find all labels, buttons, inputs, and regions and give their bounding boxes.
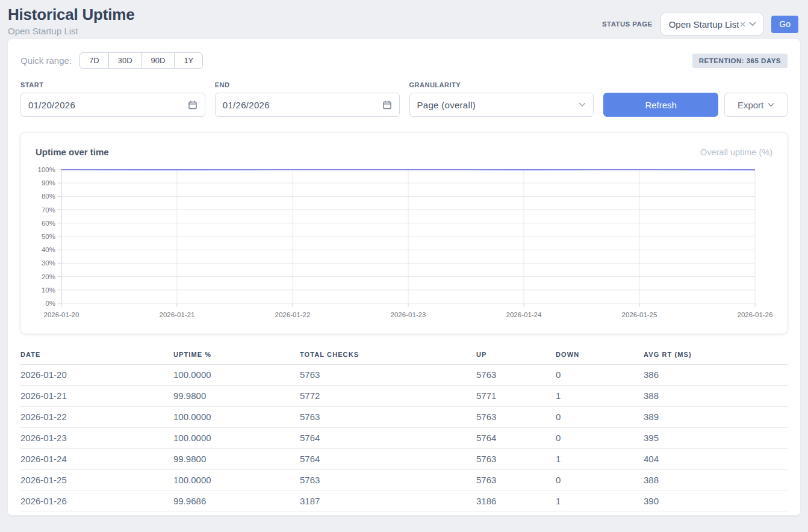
page-title: Historical Uptime: [8, 5, 134, 24]
table-cell: 5764: [476, 428, 556, 449]
table-cell: 0: [556, 470, 644, 491]
export-button[interactable]: Export: [724, 93, 788, 117]
quick-range-1y[interactable]: 1Y: [174, 52, 203, 69]
table-cell: 388: [644, 470, 788, 491]
table-cell: 99.9800: [173, 386, 300, 407]
quick-range-label: Quick range:: [20, 55, 72, 66]
header-controls: STATUS PAGE Open Startup List × Go: [602, 13, 798, 36]
quick-range-30d[interactable]: 30D: [108, 52, 142, 69]
start-date-input[interactable]: 01/20/2026: [20, 93, 205, 117]
svg-text:2026-01-21: 2026-01-21: [160, 311, 195, 318]
table-cell: 390: [644, 491, 788, 512]
end-label: END: [215, 81, 400, 88]
go-button[interactable]: Go: [771, 16, 798, 33]
svg-text:60%: 60%: [42, 220, 55, 227]
column-header: UP: [476, 345, 556, 365]
quick-range-90d[interactable]: 90D: [141, 52, 175, 69]
svg-text:50%: 50%: [42, 233, 55, 240]
chevron-down-icon: [768, 103, 774, 107]
svg-text:70%: 70%: [42, 206, 55, 214]
table-cell: 2026-01-25: [20, 470, 173, 491]
table-cell: 5764: [300, 449, 476, 470]
granularity-select[interactable]: Page (overall): [409, 93, 594, 117]
table-cell: 5771: [476, 386, 556, 407]
status-page-select[interactable]: Open Startup List ×: [660, 13, 764, 36]
quick-range-row: Quick range: 7D 30D 90D 1Y RETENTION: 36…: [20, 52, 788, 69]
table-cell: 5764: [300, 428, 476, 449]
column-header: DATE: [20, 345, 173, 365]
table-cell: 3187: [300, 491, 476, 512]
column-header: AVG RT (MS): [644, 345, 788, 365]
table-cell: 388: [644, 386, 788, 407]
table-cell: 2026-01-23: [20, 428, 173, 449]
table-cell: 5763: [476, 470, 556, 491]
table-header-row: DATEUPTIME %TOTAL CHECKSUPDOWNAVG RT (MS…: [20, 345, 788, 365]
table-cell: 100.0000: [173, 407, 300, 428]
table-cell: 386: [644, 365, 788, 386]
calendar-icon[interactable]: [188, 100, 197, 110]
column-header: DOWN: [556, 345, 644, 365]
table-cell: 395: [644, 428, 788, 449]
table-cell: 5763: [476, 365, 556, 386]
svg-text:2026-01-20: 2026-01-20: [44, 311, 79, 318]
svg-text:100%: 100%: [38, 166, 55, 173]
table-cell: 5763: [476, 407, 556, 428]
table-cell: 3186: [476, 491, 556, 512]
granularity-field: GRANULARITY Page (overall): [409, 81, 594, 117]
table-cell: 100.0000: [173, 428, 300, 449]
svg-text:40%: 40%: [42, 246, 55, 253]
title-block: Historical Uptime Open Startup List: [8, 5, 134, 36]
uptime-table: DATEUPTIME %TOTAL CHECKSUPDOWNAVG RT (MS…: [20, 345, 788, 512]
table-row: 2026-01-2199.9800577257711388: [20, 386, 788, 407]
table-cell: 5763: [300, 365, 476, 386]
table-cell: 5763: [476, 449, 556, 470]
start-label: START: [20, 81, 205, 88]
uptime-chart: 0%10%20%30%40%50%60%70%80%90%100%2026-01…: [21, 162, 787, 322]
table-cell: 100.0000: [173, 365, 300, 386]
table-row: 2026-01-2499.9800576457631404: [20, 449, 788, 470]
table-cell: 2026-01-24: [20, 449, 173, 470]
page-subtitle: Open Startup List: [8, 26, 134, 36]
start-date-field: START 01/20/2026: [20, 81, 205, 117]
svg-text:2026-01-25: 2026-01-25: [622, 311, 657, 318]
table-cell: 0: [556, 407, 644, 428]
chart-title: Uptime over time: [36, 147, 109, 157]
table-cell: 5763: [300, 470, 476, 491]
table-row: 2026-01-2699.9686318731861390: [20, 491, 788, 512]
filter-row: START 01/20/2026 END 01/26/2026 GRANULAR…: [20, 81, 788, 117]
table-cell: 5772: [300, 386, 476, 407]
svg-text:2026-01-26: 2026-01-26: [738, 311, 773, 318]
clear-icon[interactable]: ×: [739, 19, 745, 29]
chart-legend-label: Overall uptime (%): [700, 147, 772, 157]
table-row: 2026-01-20100.0000576357630386: [20, 365, 788, 386]
end-date-input[interactable]: 01/26/2026: [215, 93, 400, 117]
column-header: UPTIME %: [173, 345, 300, 365]
table-cell: 0: [556, 365, 644, 386]
svg-text:10%: 10%: [42, 286, 55, 294]
table-row: 2026-01-23100.0000576457640395: [20, 428, 788, 449]
table-cell: 99.9686: [173, 491, 300, 512]
refresh-button[interactable]: Refresh: [603, 93, 718, 117]
table-cell: 2026-01-22: [20, 407, 173, 428]
table-cell: 1: [556, 491, 644, 512]
svg-text:90%: 90%: [42, 179, 55, 187]
start-date-value: 01/20/2026: [28, 100, 75, 110]
table-row: 2026-01-22100.0000576357630389: [20, 407, 788, 428]
status-page-select-value: Open Startup List: [669, 19, 739, 29]
table-cell: 5763: [300, 407, 476, 428]
table-cell: 2026-01-21: [20, 386, 173, 407]
table-cell: 1: [556, 449, 644, 470]
status-page-label: STATUS PAGE: [602, 20, 653, 28]
calendar-icon[interactable]: [382, 100, 392, 110]
quick-range-7d[interactable]: 7D: [79, 52, 109, 69]
svg-text:2026-01-23: 2026-01-23: [391, 311, 426, 318]
chevron-down-icon: [579, 102, 586, 107]
column-header: TOTAL CHECKS: [300, 345, 476, 365]
table-cell: 2026-01-26: [20, 491, 173, 512]
table-cell: 404: [644, 449, 788, 470]
svg-text:20%: 20%: [42, 273, 55, 280]
chart-card: Uptime over time Overall uptime (%) 0%10…: [20, 132, 788, 334]
chart-header: Uptime over time Overall uptime (%): [21, 147, 787, 157]
table-cell: 0: [556, 428, 644, 449]
end-date-value: 01/26/2026: [223, 100, 270, 110]
